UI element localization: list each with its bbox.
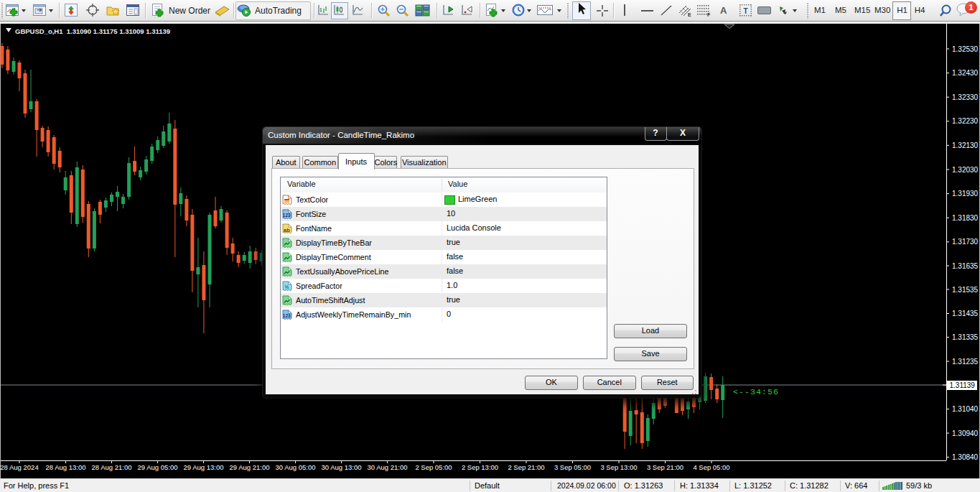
svg-text:1.32430: 1.32430	[952, 69, 979, 77]
svg-text:T: T	[743, 7, 747, 15]
svg-text:3 Sep 13:00: 3 Sep 13:00	[600, 463, 637, 471]
svg-text:28 Aug 21:00: 28 Aug 21:00	[92, 463, 132, 471]
svg-text:2 Sep 05:00: 2 Sep 05:00	[415, 463, 452, 471]
svg-text:1.31830: 1.31830	[952, 214, 979, 222]
svg-text:29 Aug 21:00: 29 Aug 21:00	[230, 463, 270, 471]
svg-text:1.31335: 1.31335	[952, 333, 979, 341]
svg-text:1.31139: 1.31139	[950, 381, 976, 389]
svg-text:3 Sep 05:00: 3 Sep 05:00	[554, 463, 591, 471]
svg-text:E: E	[688, 12, 691, 17]
svg-text:1.31235: 1.31235	[952, 358, 979, 366]
svg-text:F: F	[707, 12, 711, 17]
svg-text:1.32130: 1.32130	[952, 141, 979, 149]
svg-text:1.32530: 1.32530	[952, 45, 979, 53]
svg-text:123: 123	[283, 313, 291, 318]
svg-text:28 Aug 2024: 28 Aug 2024	[0, 463, 38, 471]
svg-text:2 Sep 13:00: 2 Sep 13:00	[462, 463, 498, 471]
svg-text:2 Sep 21:00: 2 Sep 21:00	[508, 463, 544, 471]
svg-text:<--34:56: <--34:56	[733, 387, 779, 396]
svg-text:1.31635: 1.31635	[952, 262, 979, 270]
svg-text:30 Aug 13:00: 30 Aug 13:00	[322, 463, 362, 471]
svg-text:1.31435: 1.31435	[952, 310, 979, 317]
svg-text:1.30840: 1.30840	[952, 453, 979, 461]
svg-text:29 Aug 05:00: 29 Aug 05:00	[138, 463, 178, 471]
svg-text:1.31535: 1.31535	[952, 286, 979, 294]
svg-text:1.32230: 1.32230	[952, 117, 979, 125]
svg-text:28 Aug 13:00: 28 Aug 13:00	[46, 463, 86, 471]
svg-text:3 Sep 21:00: 3 Sep 21:00	[647, 463, 683, 471]
svg-text:29 Aug 13:00: 29 Aug 13:00	[184, 463, 224, 471]
svg-text:4 Sep 05:00: 4 Sep 05:00	[693, 463, 729, 471]
svg-text:1.32030: 1.32030	[952, 166, 979, 174]
svg-text:30 Aug 05:00: 30 Aug 05:00	[276, 463, 316, 471]
svg-text:½: ½	[285, 284, 289, 289]
svg-text:123: 123	[283, 213, 291, 218]
svg-text:ab: ab	[284, 226, 290, 233]
svg-text:1.30940: 1.30940	[952, 430, 979, 437]
svg-text:1.32330: 1.32330	[952, 93, 979, 101]
svg-text:1.31040: 1.31040	[952, 405, 979, 413]
svg-text:1.31930: 1.31930	[952, 190, 979, 198]
svg-text:GBPUSD_o,H1 1.31090 1.31175 1: GBPUSD_o,H1 1.31090 1.31175 1.31009 1.31…	[15, 27, 170, 35]
svg-text:30 Aug 21:00: 30 Aug 21:00	[368, 463, 408, 471]
svg-text:1.31730: 1.31730	[952, 238, 979, 246]
